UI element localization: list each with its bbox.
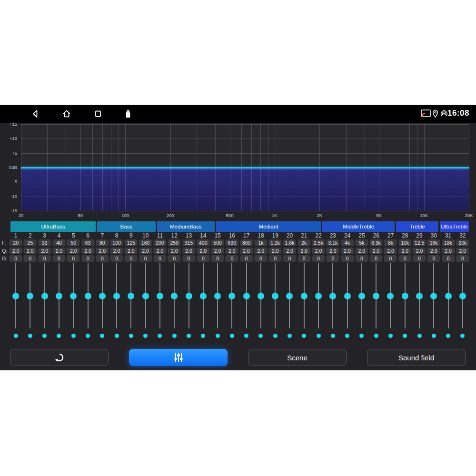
band-frequency-value[interactable]: 63	[81, 239, 94, 246]
band-q-value[interactable]: 2.0	[24, 248, 37, 254]
band-q-value[interactable]: 2.0	[67, 248, 80, 254]
band-q-value[interactable]: 2.0	[139, 248, 152, 254]
band-q-value[interactable]: 2.0	[81, 248, 94, 254]
band-frequency-value[interactable]: 20k	[456, 239, 469, 246]
band-frequency-value[interactable]: 2k	[298, 239, 310, 246]
band-frequency-value[interactable]: 500	[211, 239, 224, 246]
band-frequency-value[interactable]: 32	[38, 239, 51, 246]
gain-slider-knob[interactable]	[258, 293, 264, 299]
band-q-value[interactable]: 2.0	[370, 248, 383, 254]
band-q-value[interactable]: 2.0	[153, 248, 166, 254]
band-q-value[interactable]: 2.0	[456, 248, 469, 254]
band-frequency-value[interactable]: 1.6k	[283, 239, 296, 246]
band-q-value[interactable]: 2.0	[312, 248, 325, 254]
band-gain-value[interactable]: 0	[52, 255, 65, 262]
band-gain-value[interactable]: 0	[254, 255, 267, 262]
band-frequency-value[interactable]: 8k	[384, 239, 397, 246]
band-frequency-value[interactable]: 315	[182, 239, 195, 246]
band-q-value[interactable]: 2.0	[442, 248, 455, 254]
band-q-value[interactable]: 2.0	[413, 248, 426, 254]
band-frequency-value[interactable]: 100	[110, 239, 123, 246]
band-frequency-value[interactable]: 125	[125, 239, 138, 246]
band-group-bass[interactable]: Bass	[97, 221, 156, 232]
band-group-ultratreble[interactable]: UltraTreble	[440, 221, 469, 232]
band-gain-value[interactable]: 0	[398, 255, 411, 262]
band-group-ultrabass[interactable]: UltraBass	[10, 221, 96, 232]
band-q-value[interactable]: 2.0	[269, 248, 282, 254]
band-q-value[interactable]: 2.0	[283, 248, 296, 254]
gain-slider-knob[interactable]	[27, 293, 33, 299]
reset-button[interactable]	[10, 349, 109, 366]
band-frequency-value[interactable]: 10k	[398, 239, 411, 246]
band-frequency-value[interactable]: 630	[226, 239, 238, 246]
band-frequency-value[interactable]: 160	[139, 239, 152, 246]
band-gain-value[interactable]: 0	[226, 255, 238, 262]
band-frequency-value[interactable]: 80	[96, 239, 109, 246]
gain-slider-knob[interactable]	[315, 293, 322, 299]
band-gain-value[interactable]: 0	[38, 255, 51, 262]
band-frequency-value[interactable]: 50	[67, 239, 80, 246]
band-gain-value[interactable]: 0	[197, 255, 209, 262]
band-gain-value[interactable]: 0	[355, 255, 368, 262]
band-q-value[interactable]: 2.0	[10, 248, 22, 254]
band-q-value[interactable]: 2.0	[182, 248, 195, 254]
band-gain-value[interactable]: 0	[327, 255, 339, 262]
gain-slider-knob[interactable]	[70, 293, 77, 299]
band-group-mediant[interactable]: Mediant	[216, 221, 321, 232]
band-q-value[interactable]: 2.0	[240, 248, 253, 254]
band-frequency-value[interactable]: 400	[197, 239, 209, 246]
band-q-value[interactable]: 2.0	[327, 248, 339, 254]
band-frequency-value[interactable]: 200	[153, 239, 166, 246]
sound-field-button[interactable]: Sound field	[367, 349, 466, 366]
band-q-value[interactable]: 2.0	[298, 248, 310, 254]
band-gain-value[interactable]: 0	[153, 255, 166, 262]
band-frequency-value[interactable]: 5k	[355, 239, 368, 246]
band-frequency-value[interactable]: 25	[24, 239, 37, 246]
band-frequency-value[interactable]: 20	[10, 239, 22, 246]
gain-slider-knob[interactable]	[243, 293, 250, 299]
band-frequency-value[interactable]: 1.2k	[269, 239, 282, 246]
band-gain-value[interactable]: 0	[456, 255, 469, 262]
band-q-value[interactable]: 2.0	[168, 248, 181, 254]
band-gain-value[interactable]: 0	[283, 255, 296, 262]
band-gain-value[interactable]: 0	[442, 255, 455, 262]
band-gain-value[interactable]: 0	[110, 255, 123, 262]
gain-slider-knob[interactable]	[387, 293, 394, 299]
gain-slider-knob[interactable]	[113, 293, 120, 299]
gain-slider-knob[interactable]	[272, 293, 278, 299]
gain-slider-knob[interactable]	[329, 293, 336, 299]
band-q-value[interactable]: 2.0	[341, 248, 354, 254]
band-gain-value[interactable]: 0	[427, 255, 440, 262]
equalizer-button[interactable]	[129, 349, 228, 366]
gain-slider-knob[interactable]	[171, 293, 178, 299]
gain-slider-knob[interactable]	[445, 293, 452, 299]
band-gain-value[interactable]: 0	[125, 255, 138, 262]
band-gain-value[interactable]: 0	[96, 255, 109, 262]
band-frequency-value[interactable]: 16k	[427, 239, 440, 246]
band-gain-value[interactable]: 0	[341, 255, 354, 262]
band-gain-value[interactable]: 0	[10, 255, 22, 262]
band-q-value[interactable]: 2.0	[254, 248, 267, 254]
band-frequency-value[interactable]: 18k	[442, 239, 455, 246]
gain-slider-knob[interactable]	[286, 293, 293, 299]
band-q-value[interactable]: 2.0	[398, 248, 411, 254]
band-gain-value[interactable]: 0	[168, 255, 181, 262]
gain-slider-knob[interactable]	[402, 293, 408, 299]
gain-slider-knob[interactable]	[157, 293, 163, 299]
band-gain-value[interactable]: 0	[182, 255, 195, 262]
gain-slider-knob[interactable]	[128, 293, 134, 299]
band-q-value[interactable]: 2.0	[226, 248, 238, 254]
band-q-value[interactable]: 2.0	[125, 248, 138, 254]
band-gain-value[interactable]: 0	[24, 255, 37, 262]
scene-button[interactable]: Scene	[248, 349, 347, 366]
band-frequency-value[interactable]: 4k	[341, 239, 354, 246]
band-frequency-value[interactable]: 1k	[254, 239, 267, 246]
band-q-value[interactable]: 2.0	[211, 248, 224, 254]
band-frequency-value[interactable]: 40	[52, 239, 65, 246]
gain-slider-knob[interactable]	[373, 293, 379, 299]
gain-slider-knob[interactable]	[186, 293, 192, 299]
gain-slider-knob[interactable]	[416, 293, 423, 299]
band-group-treble[interactable]: Treble	[396, 221, 438, 232]
band-q-value[interactable]: 2.0	[355, 248, 368, 254]
band-frequency-value[interactable]: 12.5	[413, 239, 426, 246]
